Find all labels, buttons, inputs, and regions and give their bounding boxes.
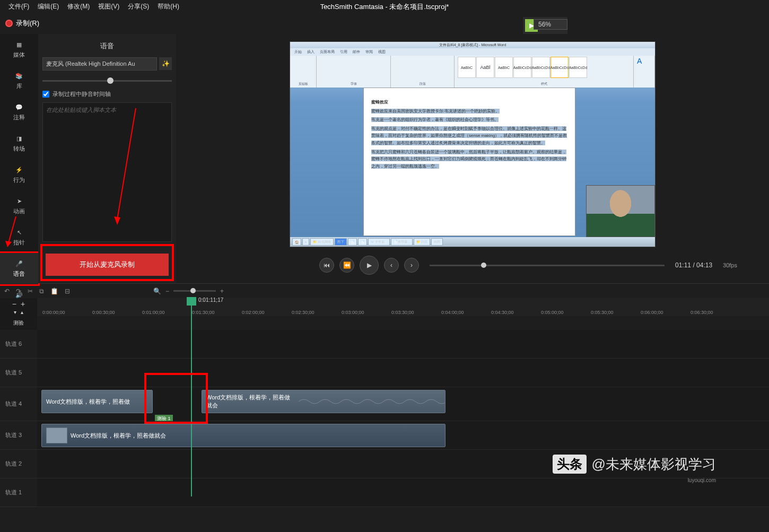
track-label[interactable]: 轨道 6: [0, 330, 37, 358]
voice-panel: 语音 麦克风 (Realtek High Definition Au ✨ 录制过…: [38, 34, 176, 283]
collapse-icon[interactable]: ▾: [14, 309, 16, 315]
track-label[interactable]: 轨道 4: [0, 387, 37, 421]
preview-canvas[interactable]: 文件百科4_8 [兼容模式] - Microsoft Word 开始插入页面布局…: [290, 41, 656, 247]
svg-line-0: [117, 108, 136, 220]
expand-icon[interactable]: ▴: [21, 309, 23, 315]
start-mic-record-button[interactable]: 开始从麦克风录制: [46, 254, 169, 276]
menu-view[interactable]: 视图(V): [94, 2, 124, 11]
panel-title: 语音: [42, 38, 172, 57]
mute-timeline-checkbox[interactable]: [42, 91, 49, 98]
script-textarea[interactable]: 在此处粘贴或键入脚本文本: [42, 102, 172, 242]
word-document: 蜜蜂效应 蜜蜂效应来自美国密执安大学教授卡尔·韦克讲述的一个绝妙的实验。 韦克是…: [363, 88, 575, 236]
zoom-dropdown[interactable]: 56%: [534, 19, 567, 30]
timeline-header: −+ ▾▴ 0:01:11;17 0:00:00;000:00:30;000:0…: [0, 298, 769, 316]
sidebar-voice[interactable]: 🎤语音: [0, 253, 38, 284]
word-titlebar: 文件百科4_8 [兼容模式] - Microsoft Word: [290, 42, 655, 48]
menu-share[interactable]: 分享(S): [124, 2, 153, 11]
timeline-ruler[interactable]: 0:01:11;17 0:00:00;000:00:30;000:01:00;0…: [37, 298, 769, 316]
timeline-label: 测验: [0, 316, 37, 330]
redo-icon[interactable]: ↷: [16, 287, 21, 295]
app-title: TechSmith Camtasia - 未命名项目.tscproj*: [320, 2, 449, 12]
playback-time: 01:11 / 04:13: [675, 261, 712, 269]
word-ribbon: 剪贴板 字体 段落 AaBbCAaBlAaBbCAaBbCcDdAaBbCcDd…: [290, 56, 655, 88]
remove-track-icon[interactable]: −: [12, 300, 16, 308]
timeline-zoom-slider[interactable]: [173, 290, 216, 292]
word-window: 文件百科4_8 [兼容模式] - Microsoft Word 开始插入页面布局…: [290, 42, 655, 247]
track-label[interactable]: 轨道 5: [0, 359, 37, 387]
watermark: 头条 @未来媒体影视学习: [553, 455, 716, 474]
word-taskbar: 🏠e📁 32兆网络图 下📄📄W 文件百...📄 本节课...📁 列表画图: [290, 237, 655, 247]
sidebar-cursor[interactable]: ↖指针: [0, 222, 38, 253]
webcam-overlay: [586, 185, 655, 237]
cut-icon[interactable]: ✂: [28, 287, 33, 295]
transitions-icon: ◨: [14, 134, 24, 143]
zoom-out-icon[interactable]: −: [165, 287, 169, 295]
playhead[interactable]: 0:01:11;17: [191, 298, 192, 496]
timeline-toolbar: ↶ ↷ ✂ ⧉ 📋 ⊟ 🔍 − +: [0, 283, 769, 298]
media-icon: ▦: [14, 40, 24, 49]
next-frame-button[interactable]: ›: [404, 258, 419, 273]
cursor-icon: ↖: [14, 228, 24, 237]
track-label[interactable]: 轨道 3: [0, 421, 37, 449]
zoom-in-icon[interactable]: +: [220, 287, 224, 295]
add-track-icon[interactable]: +: [21, 300, 25, 308]
timeline-tracks: 轨道 6 轨道 5 轨道 4 Word文档排版，根着学，照着做 Word文档排版…: [0, 330, 769, 507]
step-forward-button[interactable]: ‹: [384, 258, 399, 273]
clip[interactable]: Word文档排版，根着学，照着做就会: [202, 390, 445, 413]
annotations-icon: 💬: [14, 103, 24, 111]
tool-sidebar: ▦媒体 📚库 💬注释 ◨转场 ⚡行为 ➤动画 ↖指针 🎤语音 🔊音频 更多: [0, 34, 38, 283]
menu-edit[interactable]: 编辑(E): [33, 2, 63, 11]
step-back-button[interactable]: ⏪: [339, 258, 354, 273]
play-button[interactable]: ▶: [360, 256, 379, 275]
mic-level-slider[interactable]: [42, 80, 172, 82]
undo-icon[interactable]: ↶: [4, 287, 10, 295]
record-icon: [5, 20, 13, 27]
mic-icon: 🎤: [14, 259, 24, 268]
sidebar-transitions[interactable]: ◨转场: [0, 128, 38, 159]
playback-scrubber[interactable]: [430, 265, 665, 266]
library-icon: 📚: [14, 72, 24, 80]
menu-modify[interactable]: 修改(M): [63, 2, 94, 11]
record-button[interactable]: 录制(R): [5, 19, 39, 28]
word-tabs: 开始插入页面布局引用邮件审阅视图: [290, 48, 655, 56]
track-label[interactable]: 轨道 1: [0, 478, 37, 507]
sidebar-library[interactable]: 📚库: [0, 65, 38, 97]
clip[interactable]: Word文档排版，根着学，照着做: [41, 390, 153, 413]
paste-icon[interactable]: 📋: [50, 287, 58, 295]
track-label[interactable]: 轨道 2: [0, 450, 37, 478]
annotation-arrow: [91, 108, 144, 230]
prev-frame-button[interactable]: ⏮: [319, 258, 334, 273]
copy-icon[interactable]: ⧉: [39, 287, 44, 295]
menu-file[interactable]: 文件(F): [4, 2, 33, 11]
sidebar-media[interactable]: ▦媒体: [0, 34, 38, 65]
playback-controls: ⏮ ⏪ ▶ ‹ › 01:11 / 04:13 30fps: [197, 256, 748, 275]
preview-area: 文件百科4_8 [兼容模式] - Microsoft Word 开始插入页面布局…: [176, 34, 769, 283]
mute-timeline-label: 录制过程中静音时间轴: [53, 90, 111, 98]
behaviors-icon: ⚡: [14, 165, 24, 174]
mic-device-dropdown[interactable]: 麦克风 (Realtek High Definition Au: [42, 57, 157, 71]
svg-marker-1: [114, 216, 120, 225]
zoom-search-icon[interactable]: 🔍: [153, 287, 161, 295]
split-icon[interactable]: ⊟: [65, 287, 70, 295]
watermark-sub: luyouqi.com: [688, 477, 716, 483]
auto-adjust-icon[interactable]: ✨: [159, 57, 172, 70]
clip[interactable]: Word文档排版，根着学，照着做就会: [41, 424, 445, 447]
playback-fps: 30fps: [723, 262, 737, 268]
sidebar-behaviors[interactable]: ⚡行为: [0, 159, 38, 190]
sidebar-animations[interactable]: ➤动画: [0, 190, 38, 222]
animations-icon: ➤: [14, 197, 24, 205]
sidebar-annotations[interactable]: 💬注释: [0, 97, 38, 128]
menu-help[interactable]: 帮助(H): [153, 2, 183, 11]
